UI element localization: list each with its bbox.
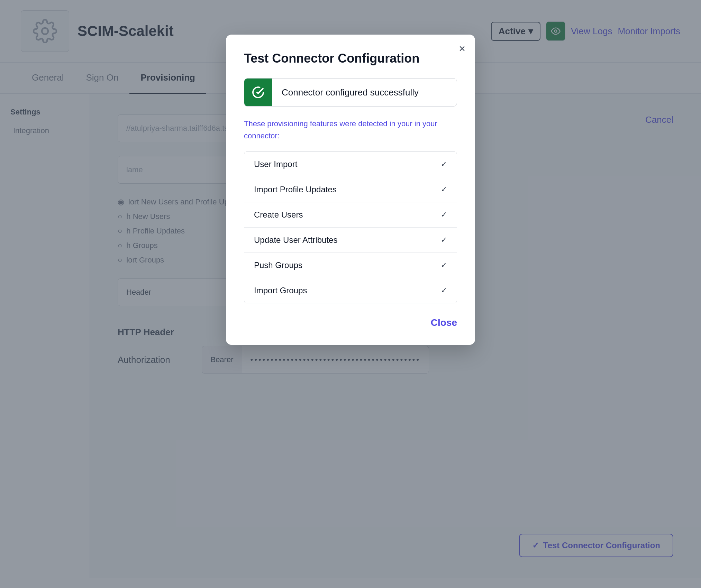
feature-check-2: ✓ xyxy=(441,210,447,219)
feature-label-3: Update User Attributes xyxy=(254,235,337,245)
check-circle-icon xyxy=(252,86,264,99)
success-icon-box xyxy=(244,79,272,106)
modal-overlay: × Test Connector Configuration Connector… xyxy=(0,0,701,588)
modal-dialog: × Test Connector Configuration Connector… xyxy=(226,35,475,345)
feature-label-0: User Import xyxy=(254,159,297,169)
modal-title: Test Connector Configuration xyxy=(244,51,457,66)
feature-label-1: Import Profile Updates xyxy=(254,185,337,194)
feature-label-2: Create Users xyxy=(254,210,303,220)
feature-item-1: Import Profile Updates ✓ xyxy=(244,177,457,202)
background-page: SCIM-Scalekit Active ▾ View Logs Monitor… xyxy=(0,0,701,588)
feature-item-2: Create Users ✓ xyxy=(244,202,457,228)
success-message: Connector configured successfully xyxy=(272,87,457,98)
modal-footer: Close xyxy=(244,317,457,328)
feature-check-0: ✓ xyxy=(441,160,447,169)
feature-check-4: ✓ xyxy=(441,261,447,270)
feature-item-3: Update User Attributes ✓ xyxy=(244,228,457,253)
success-banner: Connector configured successfully xyxy=(244,78,457,107)
provisioning-description: These provisioning features were detecte… xyxy=(244,118,457,142)
feature-item-4: Push Groups ✓ xyxy=(244,253,457,278)
desc-text-2: connector: xyxy=(244,131,280,140)
feature-check-5: ✓ xyxy=(441,286,447,295)
modal-close-link[interactable]: Close xyxy=(431,317,457,328)
feature-check-1: ✓ xyxy=(441,185,447,194)
feature-label-4: Push Groups xyxy=(254,260,302,270)
desc-link: in your xyxy=(415,119,437,128)
desc-text-1: These provisioning features were detecte… xyxy=(244,119,412,128)
features-list: User Import ✓ Import Profile Updates ✓ C… xyxy=(244,151,457,303)
modal-close-button[interactable]: × xyxy=(459,43,465,54)
feature-check-3: ✓ xyxy=(441,236,447,245)
feature-item-0: User Import ✓ xyxy=(244,152,457,177)
feature-label-5: Import Groups xyxy=(254,286,307,295)
feature-item-5: Import Groups ✓ xyxy=(244,278,457,303)
